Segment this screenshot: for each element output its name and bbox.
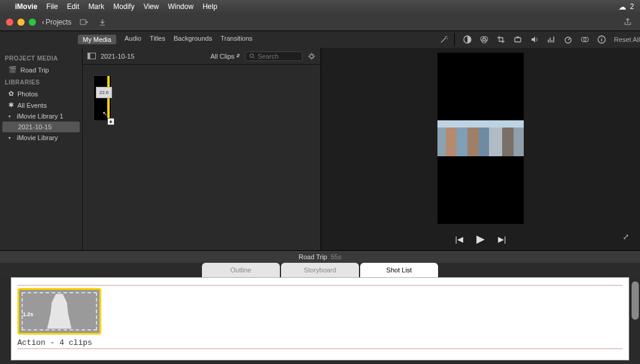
enhance-wand-icon[interactable] — [434, 33, 455, 46]
svg-rect-6 — [517, 37, 519, 38]
fullscreen-icon[interactable]: ⤢ — [623, 232, 629, 241]
clip-duration-badge: 22.6 — [96, 87, 112, 98]
project-title-bar: Road Trip 55s — [0, 251, 640, 263]
media-tabs-row: My Media Audio Titles Backgrounds Transi… — [0, 31, 640, 48]
sidebar-label: Road Trip — [20, 66, 49, 74]
sidebar: PROJECT MEDIA 🎬 Road Trip LIBRARIES ✿ Ph… — [0, 48, 83, 250]
sidebar-item-2021-10-15[interactable]: 2021-10-15 — [2, 122, 80, 132]
tab-storyboard[interactable]: Storyboard — [281, 263, 359, 277]
shot-row: 1.2s Action - 4 clips — [17, 285, 623, 349]
menu-view[interactable]: View — [143, 2, 159, 11]
tab-backgrounds[interactable]: Backgrounds — [174, 35, 212, 44]
chevron-left-icon: ‹ — [42, 18, 44, 26]
reset-all-button[interactable]: Reset All — [614, 36, 640, 43]
sidebar-toggle-icon[interactable] — [87, 53, 96, 59]
cursor-icon: ↖ — [102, 110, 107, 117]
main-split: PROJECT MEDIA 🎬 Road Trip LIBRARIES ✿ Ph… — [0, 48, 640, 250]
close-button[interactable] — [6, 19, 13, 26]
download-icon[interactable] — [96, 19, 108, 26]
all-clips-dropdown[interactable]: All Clips ⇵ — [210, 53, 240, 60]
window-controls — [6, 19, 36, 26]
info-icon[interactable] — [597, 35, 606, 44]
zoom-button[interactable] — [29, 19, 36, 26]
search-field[interactable] — [245, 51, 303, 61]
stabilize-icon[interactable] — [514, 35, 522, 44]
sidebar-label: iMovie Library 1 — [17, 113, 64, 120]
search-input[interactable] — [258, 53, 294, 60]
preview-canvas[interactable] — [437, 53, 524, 224]
menu-help[interactable]: Help — [203, 2, 218, 11]
menu-file[interactable]: File — [46, 2, 58, 11]
svg-rect-12 — [88, 53, 90, 59]
chevron-down-icon[interactable]: ▾ — [8, 114, 13, 119]
sidebar-label: Photos — [17, 90, 38, 98]
shot-list[interactable]: 1.2s Action - 4 clips — [11, 277, 629, 360]
import-icon[interactable] — [77, 18, 90, 26]
color-correction-icon[interactable] — [480, 35, 488, 44]
svg-point-13 — [250, 54, 253, 57]
minimize-button[interactable] — [17, 19, 25, 26]
tab-my-media[interactable]: My Media — [78, 35, 116, 44]
sidebar-label: iMovie Library — [17, 134, 58, 141]
sidebar-item-road-trip[interactable]: 🎬 Road Trip — [0, 64, 82, 75]
browser-title: 2021-10-15 — [101, 53, 134, 60]
browser-toolbar: 2021-10-15 All Clips ⇵ — [83, 48, 321, 65]
sidebar-label: All Events — [17, 102, 47, 109]
sidebar-header-project: PROJECT MEDIA — [0, 51, 82, 64]
tab-titles[interactable]: Titles — [150, 35, 165, 44]
prev-button[interactable]: |◀ — [455, 235, 463, 244]
shot-row-label: Action - 4 clips — [17, 338, 623, 347]
play-button[interactable]: ▶ — [476, 232, 485, 245]
mode-tabs: Outline Storyboard Shot List — [0, 263, 640, 277]
gear-icon[interactable] — [307, 52, 316, 60]
sidebar-item-library-2[interactable]: ▾ iMovie Library — [0, 132, 82, 143]
tab-audio[interactable]: Audio — [125, 35, 141, 44]
sidebar-item-library-1[interactable]: ▾ iMovie Library 1 — [0, 111, 82, 122]
svg-point-14 — [310, 54, 313, 58]
menu-modify[interactable]: Modify — [113, 2, 134, 11]
all-clips-label: All Clips — [210, 53, 234, 60]
volume-icon[interactable] — [530, 35, 539, 44]
sidebar-header-libraries: LIBRARIES — [0, 75, 82, 88]
menu-edit[interactable]: Edit — [67, 2, 80, 11]
media-browser: 2021-10-15 All Clips ⇵ 22.6 ↖ + — [83, 48, 321, 250]
clip-thumbnail[interactable]: 22.6 ↖ + — [93, 75, 111, 121]
project-duration: 55s — [331, 253, 342, 260]
sidebar-item-all-events[interactable]: ✱ All Events — [0, 99, 82, 111]
scrollbar-thumb[interactable] — [632, 281, 639, 320]
app-name[interactable]: iMovie — [15, 2, 37, 11]
updown-icon: ⇵ — [236, 53, 240, 59]
projects-back-button[interactable]: ‹ Projects — [42, 18, 71, 26]
chevron-down-icon[interactable]: ▾ — [8, 135, 13, 141]
speed-icon[interactable] — [564, 35, 572, 44]
filter-icon[interactable] — [581, 35, 589, 44]
add-icon: + — [107, 118, 114, 125]
svg-rect-0 — [80, 20, 86, 25]
timeline-panel: Road Trip 55s Outline Storyboard Shot Li… — [0, 250, 640, 364]
projects-label: Projects — [46, 18, 71, 26]
flower-icon: ✿ — [8, 90, 14, 98]
shot-clip[interactable]: 1.2s — [17, 288, 101, 335]
menu-mark[interactable]: Mark — [88, 2, 104, 11]
color-balance-icon[interactable] — [463, 35, 472, 44]
crop-icon[interactable] — [497, 35, 505, 44]
window-toolbar: ‹ Projects — [0, 13, 640, 31]
sidebar-item-photos[interactable]: ✿ Photos — [0, 88, 82, 99]
browser-content[interactable]: 22.6 ↖ + — [83, 65, 321, 250]
share-icon[interactable] — [621, 18, 634, 26]
wechat-icon[interactable]: ☁ — [618, 2, 626, 11]
preview-image — [437, 120, 524, 156]
svg-rect-5 — [515, 38, 521, 42]
wechat-count: 2 — [630, 2, 634, 11]
star-icon: ✱ — [8, 101, 14, 109]
equalizer-icon[interactable] — [547, 35, 556, 44]
clapper-icon: 🎬 — [8, 66, 17, 74]
tab-shot-list[interactable]: Shot List — [360, 263, 438, 277]
menu-window[interactable]: Window — [168, 2, 194, 11]
tab-outline[interactable]: Outline — [202, 263, 280, 277]
tab-transitions[interactable]: Transitions — [221, 35, 252, 44]
sidebar-label: 2021-10-15 — [18, 123, 52, 131]
next-button[interactable]: ▶| — [498, 235, 506, 244]
search-icon — [249, 53, 255, 59]
selection-handle[interactable] — [107, 76, 110, 120]
